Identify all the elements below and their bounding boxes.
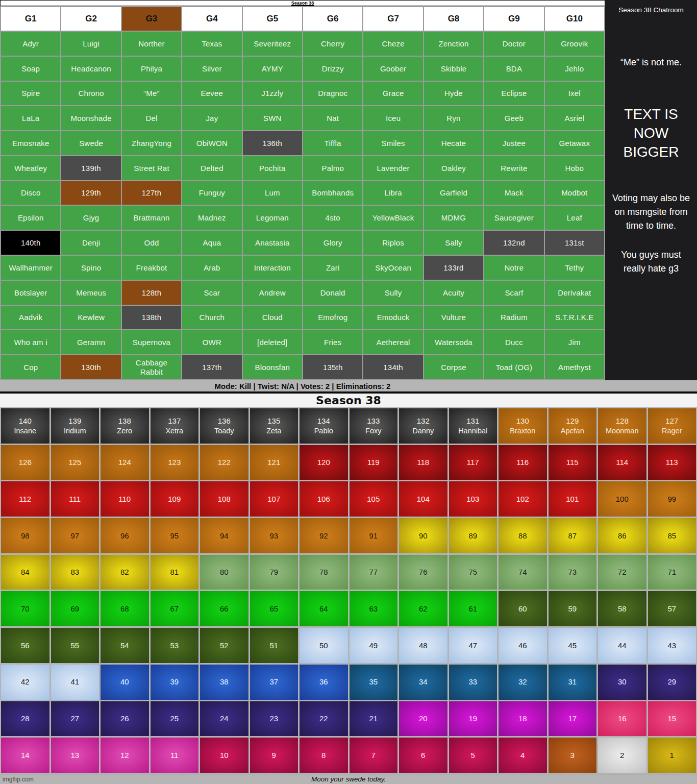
player-cell: Justee [484, 131, 543, 155]
player-cell: Zari [303, 256, 362, 280]
rank-cell-74: 74 [499, 555, 547, 590]
player-cell: Spino [61, 256, 120, 280]
rank-cell-79: 79 [250, 555, 298, 590]
rank-cell-85: 85 [648, 518, 696, 553]
player-cell: S.T.R.I.K.E [545, 306, 604, 330]
player-cell: Derivakat [545, 281, 604, 305]
rank-cell-130: 130Braxton [499, 408, 547, 444]
player-cell: Texas [182, 32, 241, 56]
player-cell: Getawax [545, 131, 604, 155]
status-bar: Mode: Kill | Twist: N/A | Votes: 2 | Eli… [0, 380, 697, 391]
player-grid-area: Season 38 G1G2G3G4G5G6G7G8G9G10AdyrLuigi… [0, 0, 605, 380]
placement-cell: 138th [122, 306, 181, 330]
rank-cell-43: 43 [648, 628, 696, 663]
rank-cell-70: 70 [1, 591, 49, 626]
rank-cell-56: 56 [1, 628, 49, 663]
player-cell: Legoman [243, 206, 302, 230]
player-cell: MDMG [424, 206, 483, 230]
chatroom-message: Voting may also be on msmgsite from time… [610, 191, 692, 233]
rank-cell-128: 128Moonman [598, 408, 646, 444]
rank-cell-62: 62 [399, 591, 447, 626]
player-cell: Drizzy [303, 57, 362, 81]
rank-cell-71: 71 [648, 555, 696, 590]
player-cell: Aqua [182, 231, 241, 255]
rank-cell-27: 27 [51, 701, 99, 737]
rank-cell-24: 24 [200, 701, 248, 737]
rank-cell-80: 80 [200, 555, 248, 590]
rank-cell-63: 63 [350, 591, 398, 626]
column-header-g9: G9 [484, 7, 543, 31]
rank-cell-53: 53 [151, 628, 199, 663]
rank-cell-131: 131Hannibal [449, 408, 497, 444]
rank-cell-31: 31 [549, 665, 597, 700]
placement-cell: 132nd [484, 231, 543, 255]
player-cell: OWR [182, 330, 241, 354]
player-cell: Cop [1, 355, 60, 379]
placement-cell: 131st [545, 231, 604, 255]
placement-cell: 130th [61, 355, 120, 379]
rank-cell-100: 100 [598, 481, 646, 517]
rank-cell-99: 99 [648, 481, 696, 517]
player-cell: Amethyst [545, 355, 604, 379]
rank-cell-73: 73 [549, 555, 597, 590]
player-cell: Epsilon [1, 206, 60, 230]
chatroom-title: Season 38 Chatroom [618, 6, 684, 14]
player-cell: “Me” [122, 82, 181, 106]
chatroom-sidebar: Season 38 Chatroom “Me” is not me. TEXT … [605, 0, 697, 380]
player-cell: Bombhands [303, 181, 362, 205]
footer: imgflip.com Moon your swede today. [0, 774, 697, 784]
rank-cell-78: 78 [300, 555, 348, 590]
rank-cell-57: 57 [648, 591, 696, 626]
rank-cell-47: 47 [449, 628, 497, 663]
rank-cell-110: 110 [101, 481, 149, 517]
rank-cell-88: 88 [499, 518, 547, 553]
column-header-g1: G1 [1, 7, 60, 31]
rank-cell-133: 133Foxy [350, 408, 398, 444]
player-cell: Aethereal [363, 330, 422, 354]
rank-cell-21: 21 [350, 701, 398, 737]
player-cell: Jay [182, 106, 241, 130]
player-cell: SWN [243, 106, 302, 130]
player-cell: Notre [484, 256, 543, 280]
rank-cell-67: 67 [151, 591, 199, 626]
player-cell: Corpse [424, 355, 483, 379]
player-cell: Eevee [182, 82, 241, 106]
player-cell: Zenction [424, 32, 483, 56]
rank-cell-15: 15 [648, 701, 696, 737]
rank-cell-6: 6 [399, 738, 447, 773]
player-cell: LaLa [1, 106, 60, 130]
player-cell: Severiteez [243, 32, 302, 56]
column-header-g5: G5 [243, 7, 302, 31]
rank-cell-7: 7 [350, 738, 398, 773]
placement-cell: 136th [243, 131, 302, 155]
column-header-g10: G10 [545, 7, 604, 31]
rank-cell-77: 77 [350, 555, 398, 590]
player-cell: SkyOcean [363, 256, 422, 280]
player-cell: Garfield [424, 181, 483, 205]
rank-cell-136: 136Toady [200, 408, 248, 444]
player-cell: Donald [303, 281, 362, 305]
player-cell: Freakbot [122, 256, 181, 280]
rank-cell-140: 140Insane [1, 408, 49, 444]
rank-cell-26: 26 [101, 701, 149, 737]
player-cell: Cherry [303, 32, 362, 56]
player-cell: Delted [182, 156, 241, 180]
rank-cell-1: 1 [648, 738, 696, 773]
player-cell: Supernova [122, 330, 181, 354]
player-cell: Swede [61, 131, 120, 155]
rank-cell-50: 50 [300, 628, 348, 663]
rank-cell-36: 36 [300, 665, 348, 700]
column-header-g6: G6 [303, 7, 362, 31]
rank-cell-134: 134Pablo [300, 408, 348, 444]
rank-cell-65: 65 [250, 591, 298, 626]
player-cell: Doctor [484, 32, 543, 56]
rank-cell-41: 41 [51, 665, 99, 700]
rank-cell-113: 113 [648, 445, 696, 480]
player-cell: Lavender [363, 156, 422, 180]
player-cell: Disco [1, 181, 60, 205]
rank-cell-127: 127Rager [648, 408, 696, 444]
player-cell: Libra [363, 181, 422, 205]
rank-cell-108: 108 [200, 481, 248, 517]
rank-cell-18: 18 [499, 701, 547, 737]
player-cell: Andrew [243, 281, 302, 305]
